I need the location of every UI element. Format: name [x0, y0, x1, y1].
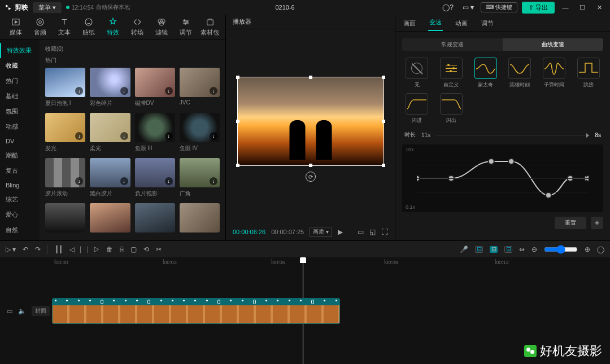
cat-heart[interactable]: 爱心	[0, 207, 40, 222]
effect-card[interactable]	[90, 203, 130, 235]
download-icon[interactable]: ↓	[165, 177, 173, 185]
cat-retro[interactable]: 复古	[0, 163, 40, 178]
effect-card[interactable]	[45, 203, 85, 235]
ratio-icon[interactable]: ▭	[358, 228, 364, 236]
tab-speed[interactable]: 变速	[428, 15, 443, 31]
effect-card[interactable]: ↓柔光	[90, 113, 130, 152]
cat-bling[interactable]: Bling	[0, 178, 40, 192]
seg-normal[interactable]: 常规变速	[402, 38, 503, 51]
resize-handle[interactable]	[236, 164, 239, 167]
zoom-slider[interactable]	[544, 245, 578, 254]
rotate-icon[interactable]: ⟳	[306, 172, 316, 182]
curve-knob[interactable]	[489, 159, 494, 164]
resize-handle[interactable]	[236, 120, 239, 123]
effect-card[interactable]	[135, 203, 175, 235]
effect-card[interactable]: ↓负片拖影	[135, 158, 175, 198]
tab-picture[interactable]: 画面	[402, 16, 417, 31]
delete-left-icon[interactable]: ◁⎹	[69, 245, 81, 253]
freeze-icon[interactable]: ⎘	[120, 245, 124, 253]
effect-card[interactable]: ↓彩色碎片	[90, 68, 130, 107]
preset-hero[interactable]	[508, 58, 531, 79]
align-icon[interactable]: ⇔	[519, 245, 525, 253]
seg-curve[interactable]: 曲线变速	[503, 38, 603, 51]
preset-flashin[interactable]	[406, 93, 428, 115]
effect-card[interactable]: ↓磁带DV	[135, 68, 175, 107]
preset-jump[interactable]	[577, 58, 600, 79]
play-icon[interactable]: ▶	[338, 228, 343, 236]
download-icon[interactable]: ↓	[165, 132, 173, 140]
zoom-in-icon[interactable]: ⊕	[585, 245, 590, 253]
video-clip[interactable]	[52, 298, 340, 324]
cover-button[interactable]: 封面	[32, 306, 50, 316]
curve-knob[interactable]	[546, 192, 551, 198]
preset-custom[interactable]	[440, 58, 463, 79]
effect-card[interactable]: ↓夏日泡泡 I	[45, 68, 85, 107]
menu-button[interactable]: 菜单 ▾	[33, 2, 62, 13]
snap-main-track[interactable]: ⊟	[475, 246, 483, 253]
resize-handle[interactable]	[382, 164, 385, 167]
shortcuts-button[interactable]: ⌨ 快捷键	[481, 2, 517, 12]
preset-montage[interactable]	[474, 58, 497, 79]
cat-dv[interactable]: DV	[0, 134, 40, 148]
track-toggle-icon[interactable]: ▭	[7, 308, 12, 315]
resize-handle[interactable]	[382, 120, 385, 123]
zoom-out-icon[interactable]: ⊖	[531, 245, 537, 253]
download-icon[interactable]: ↓	[165, 87, 173, 95]
effect-card[interactable]: ↓发光	[45, 113, 85, 152]
effect-card[interactable]	[180, 203, 220, 235]
download-icon[interactable]: ↓	[120, 177, 128, 185]
download-icon[interactable]: ↓	[210, 177, 217, 185]
tab-adjust[interactable]: 调节	[173, 17, 198, 37]
tab-media[interactable]: 媒体	[3, 17, 28, 37]
scale-icon[interactable]: ◱	[369, 228, 376, 236]
tab-transition[interactable]: 转场	[125, 17, 149, 37]
tab-adjust2[interactable]: 调节	[480, 16, 495, 31]
effect-card[interactable]: ↓JVC	[180, 68, 220, 107]
download-icon[interactable]: ↓	[210, 132, 217, 140]
snap-preview[interactable]: ⊟	[504, 246, 512, 253]
layout-icon[interactable]: ▭ ▾	[460, 3, 476, 11]
effect-card[interactable]: ↓广角	[180, 158, 220, 198]
download-icon[interactable]: ↓	[120, 87, 128, 95]
download-icon[interactable]: ↓	[75, 87, 83, 95]
mirror-icon[interactable]: ▢	[130, 245, 137, 253]
split-icon[interactable]: ┃┃	[55, 245, 63, 253]
export-button[interactable]: ⇧ 导出	[522, 2, 555, 14]
preview-canvas[interactable]	[237, 77, 384, 166]
download-icon[interactable]: ↓	[210, 87, 217, 95]
tab-anim[interactable]: 动画	[454, 16, 469, 31]
fit-icon[interactable]: ◯	[597, 245, 604, 253]
crop-icon[interactable]: ✂	[156, 245, 162, 253]
delete-right-icon[interactable]: ⎸▷	[88, 245, 99, 253]
rotate-tool-icon[interactable]: ⟲	[143, 245, 149, 253]
download-icon[interactable]: ↓	[75, 132, 83, 140]
preset-bullet[interactable]	[543, 58, 565, 79]
preset-none[interactable]	[406, 58, 428, 79]
resize-handle[interactable]	[309, 76, 312, 79]
tab-text[interactable]: 文本	[52, 17, 76, 37]
curve-knob[interactable]	[508, 159, 514, 164]
resize-handle[interactable]	[382, 76, 385, 79]
effect-card[interactable]: ↓鱼眼 IV	[180, 113, 220, 152]
delete-icon[interactable]: 🗑	[106, 245, 113, 253]
undo-icon[interactable]: ↶	[23, 245, 28, 253]
window-close[interactable]: ✕	[593, 4, 605, 11]
select-tool[interactable]: ▷ ▾	[6, 245, 16, 253]
add-keyframe-button[interactable]: ＋	[591, 217, 603, 229]
fullscreen-icon[interactable]: ⛶	[381, 228, 388, 236]
cat-favorites[interactable]: 收藏	[0, 58, 40, 73]
mute-icon[interactable]: 🔈	[18, 308, 26, 315]
cat-hot[interactable]: 热门	[0, 73, 40, 89]
tab-sticker[interactable]: 贴纸	[76, 17, 101, 37]
tab-assets[interactable]: 素材包	[198, 17, 222, 37]
redo-icon[interactable]: ↷	[35, 245, 41, 253]
tab-effects[interactable]: 特效	[101, 17, 125, 37]
tab-audio[interactable]: 音频	[28, 17, 52, 37]
effect-card[interactable]: ↓黑白胶片	[90, 158, 130, 198]
cat-nature[interactable]: 自然	[0, 222, 40, 238]
speed-curve-editor[interactable]: 10x 0.1x	[402, 144, 603, 212]
mic-icon[interactable]: 🎤	[460, 245, 468, 253]
window-minimize[interactable]: —	[559, 4, 572, 11]
reset-button[interactable]: 重置	[555, 217, 586, 229]
download-icon[interactable]: ↓	[75, 177, 83, 185]
